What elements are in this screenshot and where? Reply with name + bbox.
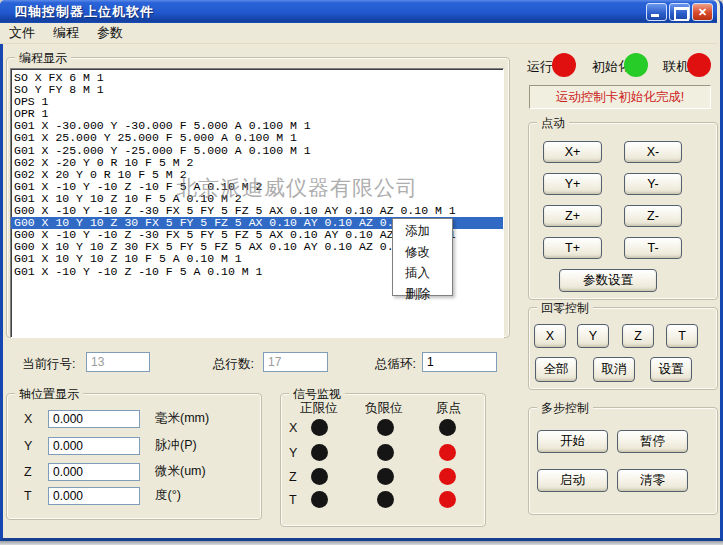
launch-button[interactable]: 启动 — [537, 469, 608, 492]
app-title: 四轴控制器上位机软件 — [0, 3, 154, 21]
signal-dot-t-neg — [377, 491, 394, 508]
online-indicator-icon — [687, 53, 711, 77]
axis-value-field-z[interactable] — [48, 463, 140, 481]
minimize-icon[interactable] — [646, 3, 667, 21]
program-line[interactable]: SO Y FY 8 M 1 — [14, 84, 503, 96]
run-indicator-icon — [552, 53, 576, 77]
current-line-label: 当前行号: — [22, 356, 75, 373]
menu-item-params[interactable]: 参数 — [88, 22, 132, 44]
total-cycles-label: 总循环: — [375, 356, 416, 373]
context-menu-item-insert[interactable]: 插入 — [393, 263, 452, 284]
signal-axis-label-y: Y — [289, 446, 297, 460]
clear-button[interactable]: 清零 — [617, 469, 688, 492]
init-indicator-icon — [624, 53, 648, 77]
signal-dot-z-pos — [311, 468, 328, 485]
jog-button-t-plus[interactable]: T+ — [543, 237, 602, 259]
signal-dot-x-pos — [311, 419, 328, 436]
jog-button-y-minus[interactable]: Y- — [624, 173, 682, 195]
signal-dot-z-neg — [377, 468, 394, 485]
status-message-box: 运动控制卡初始化完成! — [529, 85, 711, 109]
axis-label-z: Z — [24, 465, 32, 479]
homing-button-y[interactable]: Y — [577, 324, 609, 348]
jog-button-x-minus[interactable]: X- — [624, 141, 682, 163]
axis-label-t: T — [24, 489, 32, 503]
signal-column-header-origin: 原点 — [436, 400, 461, 417]
axis-value-field-y[interactable] — [48, 437, 140, 455]
axis-value-field-x[interactable] — [48, 410, 140, 428]
jog-button-y-plus[interactable]: Y+ — [543, 173, 602, 195]
axis-unit-label-mm: 毫米(mm) — [155, 410, 209, 427]
program-line[interactable]: G01 X -25.000 Y -25.000 F 5.000 A 0.100 … — [14, 145, 503, 157]
context-menu: 添加 修改 插入 删除 — [392, 218, 453, 296]
multistep-group: 多步控制 — [528, 407, 718, 515]
close-icon[interactable]: ✕ — [692, 3, 713, 21]
total-cycles-field[interactable] — [422, 352, 497, 372]
axis-label-x: X — [24, 412, 32, 426]
signal-dot-x-neg — [377, 419, 394, 436]
current-line-field[interactable] — [86, 352, 150, 372]
axis-unit-label-um: 微米(um) — [155, 463, 206, 480]
menu-bar: 文件 编程 参数 — [0, 23, 717, 44]
context-menu-item-delete[interactable]: 删除 — [393, 284, 452, 305]
homing-button-t[interactable]: T — [666, 324, 698, 348]
context-menu-item-add[interactable]: 添加 — [393, 221, 452, 242]
homing-cancel-button[interactable]: 取消 — [593, 357, 635, 382]
menu-item-program[interactable]: 编程 — [44, 22, 88, 44]
online-indicator-label: 联机 — [663, 58, 689, 76]
homing-settings-button[interactable]: 设置 — [650, 357, 692, 382]
signal-dot-y-origin — [439, 444, 456, 461]
axis-label-y: Y — [24, 439, 32, 453]
start-button[interactable]: 开始 — [537, 430, 608, 453]
jog-group-label: 点动 — [537, 115, 569, 132]
signal-dot-t-pos — [311, 491, 328, 508]
menu-item-file[interactable]: 文件 — [0, 22, 44, 44]
title-bar[interactable]: 四轴控制器上位机软件 ✕ — [0, 0, 717, 23]
program-line[interactable]: OPS 1 — [14, 96, 503, 108]
param-settings-button[interactable]: 参数设置 — [559, 269, 657, 292]
pause-button[interactable]: 暂停 — [617, 430, 688, 453]
total-lines-label: 总行数: — [213, 356, 254, 373]
jog-button-t-minus[interactable]: T- — [624, 237, 682, 259]
signal-axis-label-t: T — [289, 493, 297, 507]
signal-axis-label-x: X — [289, 421, 297, 435]
signal-dot-z-origin — [439, 468, 456, 485]
jog-button-x-plus[interactable]: X+ — [543, 141, 602, 163]
signal-dot-x-origin — [439, 419, 456, 436]
axis-position-group-label: 轴位置显示 — [15, 386, 83, 403]
homing-all-button[interactable]: 全部 — [535, 357, 577, 382]
signal-dot-y-neg — [377, 444, 394, 461]
signal-column-header-neg: 负限位 — [365, 400, 403, 417]
jog-button-z-minus[interactable]: Z- — [624, 205, 682, 227]
run-indicator-label: 运行 — [527, 58, 553, 76]
context-menu-item-modify[interactable]: 修改 — [393, 242, 452, 263]
jog-button-z-plus[interactable]: Z+ — [543, 205, 602, 227]
window-bottom-edge — [0, 541, 723, 545]
homing-button-x[interactable]: X — [534, 324, 566, 348]
program-display-group-label: 编程显示 — [15, 50, 71, 67]
program-line[interactable]: G01 X 25.000 Y 25.000 F 5.000 A 0.100 M … — [14, 132, 503, 144]
axis-unit-label-pulse: 脉冲(P) — [155, 437, 197, 454]
program-line[interactable]: G02 X -20 Y 0 R 10 F 5 M 2 — [14, 157, 503, 169]
app-window: 四轴控制器上位机软件 ✕ 文件 编程 参数 编程显示 SO X FX 6 M 1… — [0, 0, 723, 545]
signal-dot-y-pos — [311, 444, 328, 461]
signal-dot-t-origin — [439, 491, 456, 508]
axis-unit-label-deg: 度(°) — [155, 487, 181, 504]
signal-axis-label-z: Z — [289, 470, 297, 484]
axis-value-field-t[interactable] — [48, 487, 140, 505]
homing-button-z[interactable]: Z — [622, 324, 654, 348]
multistep-group-label: 多步控制 — [537, 400, 593, 417]
total-lines-field[interactable] — [263, 352, 328, 372]
signal-column-header-pos: 正限位 — [300, 400, 338, 417]
maximize-icon[interactable] — [669, 3, 690, 21]
homing-group-label: 回零控制 — [537, 300, 593, 317]
